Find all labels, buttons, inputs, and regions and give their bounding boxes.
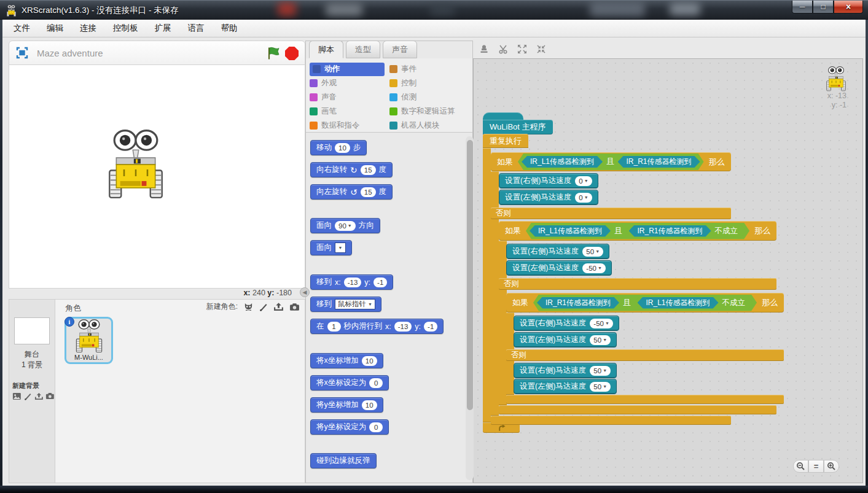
scissors-icon[interactable] bbox=[497, 43, 509, 55]
block-point-direction[interactable]: 面向 90▼ 方向 bbox=[310, 218, 380, 233]
category-sound[interactable]: 声音 bbox=[310, 91, 389, 104]
menu-help[interactable]: 帮助 bbox=[221, 23, 238, 34]
minimize-button[interactable]: ─ bbox=[792, 1, 813, 14]
script-canvas[interactable]: x: -13 y: -1 WuLiBot 主程序 重复执行 如果 IR_L1传感… bbox=[473, 58, 863, 483]
hat-block-main-program[interactable]: WuLiBot 主程序 bbox=[483, 120, 553, 134]
category-control[interactable]: 控制 bbox=[389, 77, 455, 90]
camera-backdrop-icon[interactable] bbox=[45, 392, 55, 400]
number-input[interactable]: 10 bbox=[362, 356, 377, 366]
green-flag-icon[interactable] bbox=[267, 46, 281, 61]
zoom-out-icon[interactable] bbox=[793, 460, 808, 473]
tab-scripts[interactable]: 脚本 bbox=[309, 41, 343, 58]
sensor-ir-l1[interactable]: IR_L1传感器检测到 bbox=[530, 225, 611, 237]
if-header-1[interactable]: 如果 IR_L1传感器检测到 且 IR_R1传感器检测到 那么 bbox=[491, 152, 731, 171]
speed-dropdown[interactable]: 50▼ bbox=[590, 366, 611, 376]
not-operator[interactable]: IR_R1传感器检测到 不成立 bbox=[626, 224, 746, 238]
else-bar-1[interactable]: 否则 bbox=[491, 208, 731, 219]
speed-dropdown[interactable]: 50▼ bbox=[582, 247, 603, 257]
set-right-motor-neg50[interactable]: 设置(右侧)马达速度 -50▼ bbox=[514, 316, 619, 331]
forever-spine[interactable] bbox=[483, 148, 491, 422]
robot-sprite[interactable] bbox=[106, 130, 165, 200]
sensor-ir-r1[interactable]: IR_R1传感器检测到 bbox=[629, 225, 711, 237]
category-data[interactable]: 数据和指令 bbox=[310, 118, 389, 132]
and-operator[interactable]: IR_R1传感器检测到 且 IR_L1传感器检测到 不成立 bbox=[533, 295, 757, 311]
speed-dropdown[interactable]: 50▼ bbox=[590, 335, 611, 345]
set-left-motor-0[interactable]: 设置(左侧)马达速度 0▼ bbox=[499, 190, 598, 205]
zoom-in-icon[interactable] bbox=[824, 460, 839, 473]
and-operator[interactable]: IR_L1传感器检测到 且 IR_R1传感器检测到 bbox=[518, 153, 704, 170]
block-set-y[interactable]: 将y坐标设定为 0 bbox=[310, 419, 389, 435]
set-right-motor-50[interactable]: 设置(右侧)马达速度 50▼ bbox=[506, 244, 609, 259]
block-set-x[interactable]: 将x坐标设定为 0 bbox=[310, 375, 389, 390]
goto-target-dropdown[interactable]: 鼠标指针▼ bbox=[335, 299, 375, 309]
if-else-block-2[interactable]: 如果 IR_L1传感器检测到 且 IR_R1传感器检测到 不成立 那么 否则 bbox=[499, 221, 776, 241]
collapse-arrow-icon[interactable]: ◀ bbox=[300, 287, 310, 297]
scrollbar-thumb[interactable] bbox=[467, 140, 473, 410]
if-bottom-1[interactable] bbox=[491, 416, 731, 425]
shrink-icon[interactable] bbox=[535, 43, 547, 55]
if-bottom-2[interactable] bbox=[499, 405, 776, 414]
backdrop-library-icon[interactable] bbox=[12, 392, 22, 400]
category-looks[interactable]: 外观 bbox=[310, 77, 389, 90]
block-goto-mouse[interactable]: 移到 鼠标指针▼ bbox=[310, 297, 381, 312]
secs-input[interactable]: 1 bbox=[327, 322, 341, 332]
stage-thumbnail[interactable] bbox=[14, 317, 50, 344]
category-robot[interactable]: 机器人模块 bbox=[389, 118, 455, 132]
set-left-motor-50-else[interactable]: 设置(左侧)马达速度 50▼ bbox=[514, 379, 617, 394]
speed-dropdown[interactable]: 0▼ bbox=[575, 176, 592, 186]
y-input[interactable]: -1 bbox=[373, 278, 387, 287]
block-point-towards[interactable]: 面向 ▼ bbox=[310, 240, 352, 255]
number-input[interactable]: 0 bbox=[369, 378, 383, 388]
category-motion[interactable]: 动作 bbox=[310, 63, 385, 76]
category-events[interactable]: 事件 bbox=[389, 63, 455, 76]
if-else-block-3[interactable]: 如果 IR_R1传感器检测到 且 IR_L1传感器检测到 不成立 那么 否则 bbox=[506, 293, 784, 312]
sprite-library-icon[interactable] bbox=[243, 302, 254, 311]
and-operator[interactable]: IR_L1传感器检测到 且 IR_R1传感器检测到 不成立 bbox=[526, 223, 749, 239]
paint-sprite-icon[interactable] bbox=[259, 303, 268, 311]
block-change-x[interactable]: 将x坐标增加 10 bbox=[310, 353, 383, 368]
speed-dropdown[interactable]: 50▼ bbox=[590, 382, 611, 392]
paint-backdrop-icon[interactable] bbox=[24, 392, 32, 400]
sensor-ir-l1[interactable]: IR_L1传感器检测到 bbox=[522, 156, 603, 168]
y-input[interactable]: -1 bbox=[424, 322, 437, 332]
block-bounce[interactable]: 碰到边缘就反弹 bbox=[310, 453, 377, 468]
tab-sounds[interactable]: 声音 bbox=[383, 41, 417, 58]
stage-selector[interactable]: 舞台 1 背景 新建背景 bbox=[9, 300, 55, 483]
sprite-thumbnail-card[interactable]: i M-WuLi... bbox=[65, 317, 113, 364]
else-bar-2[interactable]: 否则 bbox=[499, 278, 776, 290]
set-left-motor-50[interactable]: 设置(左侧)马达速度 50▼ bbox=[514, 332, 617, 347]
block-change-y[interactable]: 将y坐标增加 10 bbox=[310, 397, 383, 413]
speed-dropdown[interactable]: -50▼ bbox=[590, 319, 613, 328]
menu-board[interactable]: 控制板 bbox=[113, 23, 138, 34]
category-sensing[interactable]: 侦测 bbox=[389, 91, 455, 104]
category-pen[interactable]: 画笔 bbox=[310, 104, 389, 118]
x-input[interactable]: -13 bbox=[344, 278, 362, 287]
direction-dropdown[interactable]: 90▼ bbox=[335, 221, 356, 231]
block-turn-right[interactable]: 向右旋转 ↻ 15 度 bbox=[310, 162, 393, 177]
set-left-motor-neg50[interactable]: 设置(左侧)马达速度 -50▼ bbox=[506, 260, 612, 276]
block-turn-left[interactable]: 向左旋转 ↺ 15 度 bbox=[310, 184, 393, 200]
forever-block-label[interactable]: 重复执行 bbox=[483, 134, 528, 148]
block-goto-xy[interactable]: 移到 x: -13 y: -1 bbox=[310, 274, 393, 290]
fullscreen-icon[interactable] bbox=[15, 46, 29, 60]
x-input[interactable]: -13 bbox=[394, 322, 412, 332]
target-dropdown[interactable]: ▼ bbox=[335, 243, 346, 253]
speed-dropdown[interactable]: -50▼ bbox=[582, 263, 606, 273]
menu-file[interactable]: 文件 bbox=[14, 23, 30, 34]
upload-backdrop-icon[interactable] bbox=[34, 392, 44, 400]
palette-scrollbar[interactable] bbox=[466, 136, 474, 480]
menu-connect[interactable]: 连接 bbox=[80, 23, 96, 34]
stamp-icon[interactable] bbox=[478, 43, 490, 55]
not-operator[interactable]: IR_L1传感器检测到 不成立 bbox=[635, 296, 754, 310]
menu-extensions[interactable]: 扩展 bbox=[155, 23, 171, 34]
menu-edit[interactable]: 编辑 bbox=[47, 23, 63, 34]
zoom-reset-button[interactable]: = bbox=[808, 460, 824, 473]
category-operators[interactable]: 数字和逻辑运算 bbox=[389, 104, 455, 118]
menu-language[interactable]: 语言 bbox=[188, 23, 205, 34]
if-bottom-3[interactable] bbox=[506, 395, 784, 404]
block-move-steps[interactable]: 移动 10 步 bbox=[310, 140, 367, 155]
grow-icon[interactable] bbox=[516, 43, 528, 55]
if-else-block-1[interactable]: 如果 IR_L1传感器检测到 且 IR_R1传感器检测到 那么 否则 bbox=[491, 152, 731, 171]
number-input[interactable]: 10 bbox=[362, 400, 377, 410]
number-input[interactable]: 15 bbox=[361, 187, 376, 197]
